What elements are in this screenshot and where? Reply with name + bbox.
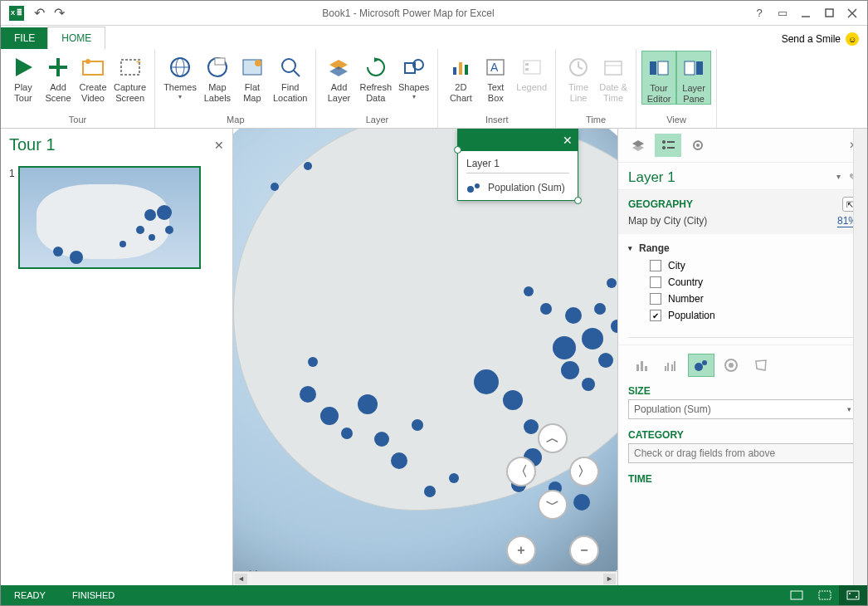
status-view3-button[interactable] [839,585,867,605]
svg-rect-31 [525,63,529,66]
checkbox-city[interactable] [650,260,661,271]
play-icon [10,54,37,81]
scene-thumbnail-image [18,166,201,269]
svg-rect-64 [791,591,802,599]
field-list: ▾ Range City Country Number ✔ Population [618,234,867,327]
heatmap-button[interactable] [718,354,744,377]
size-dropdown[interactable]: Population (Sum) ▾ [628,399,857,419]
size-section: SIZE Population (Sum) ▾ [618,382,867,426]
zoom-out-button[interactable]: − [569,535,599,565]
map-horizontal-scrollbar[interactable]: ◄ ► [233,571,617,585]
status-view2-button[interactable] [811,585,839,605]
flat-map-button[interactable]: Flat Map [235,51,270,103]
field-list-tab[interactable] [655,134,681,157]
layer-list-tab[interactable] [625,134,651,157]
pan-right-button[interactable]: 〉 [569,457,599,486]
map-legend[interactable]: ✕ Layer 1 Population (Sum) [457,129,578,201]
add-layer-button[interactable]: Add Layer [321,51,356,103]
checkbox-number[interactable] [650,293,661,305]
date-time-button[interactable]: Date & Time [596,51,631,103]
redo-button[interactable]: ↷ [49,3,69,23]
video-icon [80,54,106,81]
geography-mapby: Map by City (City) [628,215,707,227]
field-country[interactable]: Country [628,274,857,291]
tab-home[interactable]: HOME [47,27,105,49]
add-scene-button[interactable]: Add Scene [41,51,76,103]
legend-button[interactable]: Legend [513,51,550,93]
shapes-icon [401,54,427,81]
bubbles-icon [466,182,481,193]
tilt-down-button[interactable]: ﹀ [538,490,568,520]
stacked-column-button[interactable] [628,354,655,377]
bubble-button[interactable] [688,354,714,377]
legend-layer-name: Layer 1 [466,158,569,173]
field-number[interactable]: Number [628,291,857,307]
excel-logo-icon: X ≣ [9,6,24,21]
map-labels-button[interactable]: Map Labels [200,51,235,103]
shapes-button[interactable]: Shapes ▾ [395,51,432,100]
field-label: Number [668,293,704,305]
tour-editor-button[interactable]: Tour Editor [641,51,676,105]
themes-button[interactable]: Themes ▾ [160,51,200,100]
field-city[interactable]: City [628,257,857,274]
layer-pane-icon [680,55,707,81]
scroll-left-icon[interactable]: ◄ [235,574,247,584]
scene-thumbnail[interactable]: 1 [9,166,224,269]
region-button[interactable] [748,354,774,377]
timeline-icon [565,54,592,81]
refresh-data-button[interactable]: Refresh Data [356,51,395,103]
2d-chart-button[interactable]: 2D Chart [443,51,478,103]
svg-rect-65 [819,591,831,599]
minimize-button[interactable] [794,3,817,23]
tilt-up-button[interactable]: ︿ [538,423,568,453]
layer-pane-button[interactable]: Layer Pane [676,51,711,105]
create-video-button[interactable]: Create Video [76,51,110,103]
send-a-smile-button[interactable]: Send a Smile ☺ [773,29,867,49]
tour-panel-close-button[interactable]: ✕ [214,139,224,152]
svg-rect-40 [685,61,695,75]
find-location-button[interactable]: Find Location [270,51,311,103]
svg-marker-45 [632,144,644,151]
window-title: Book1 - Microsoft Power Map for Excel [69,7,748,19]
clustered-column-button[interactable] [658,354,685,377]
checkbox-population[interactable]: ✔ [650,310,661,321]
field-population[interactable]: ✔ Population [628,307,857,324]
pan-left-button[interactable]: 〈 [506,457,536,486]
svg-point-62 [729,363,734,368]
geography-section: GEOGRAPHY ⇱ Map by City (City) 81% [618,189,867,234]
ribbon-options-button[interactable]: ▭ [771,3,794,23]
zoom-in-button[interactable]: + [506,535,536,565]
chevron-down-icon[interactable]: ▾ [836,172,841,183]
send-smile-label: Send a Smile [782,33,841,45]
status-view1-button[interactable] [783,585,811,605]
svg-text:A: A [490,61,499,74]
svg-point-8 [85,59,90,64]
ribbon-group-layer-label: Layer [321,113,432,128]
checkbox-country[interactable] [650,276,661,288]
globe-label-icon [204,54,231,81]
field-label: Population [668,310,715,321]
svg-line-35 [578,67,583,69]
undo-button[interactable]: ↶ [29,3,49,23]
svg-rect-53 [641,361,643,371]
svg-rect-57 [671,364,673,371]
capture-screen-button[interactable]: + Capture Screen [110,51,149,103]
help-button[interactable]: ? [748,3,771,23]
text-box-button[interactable]: A Text Box [478,51,513,103]
layer-pane-scrollbar[interactable] [853,129,867,585]
svg-rect-27 [465,65,468,75]
time-line-button[interactable]: Time Line [561,51,596,103]
play-tour-button[interactable]: Play Tour [6,51,41,103]
category-dropzone[interactable]: Check or drag fields from above [628,443,857,463]
layer-settings-tab[interactable] [685,134,711,157]
tab-file[interactable]: FILE [1,27,48,49]
ribbon-group-view: Tour Editor Layer Pane View [636,49,717,128]
maximize-button[interactable] [817,3,841,23]
range-toggle[interactable]: ▾ Range [628,239,857,257]
legend-close-button[interactable]: ✕ [563,134,573,147]
svg-point-59 [695,363,703,371]
scroll-right-icon[interactable]: ► [603,574,616,584]
map-viewport[interactable]: ︿ 〈 〉 ﹀ + − ✕ Layer 1 Population (Sum) ▶… [233,129,618,585]
close-button[interactable] [841,3,864,23]
svg-point-42 [467,186,474,193]
